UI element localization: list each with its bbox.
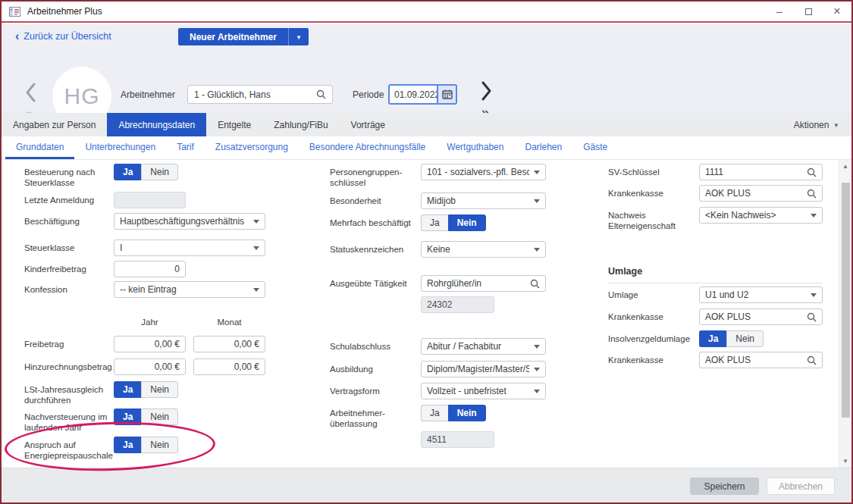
back-link-label: Zurück zur Übersicht — [24, 31, 111, 42]
insolvenz-toggle-ja[interactable]: Ja — [699, 330, 726, 347]
subtab-besondere-abrechnungsfaelle[interactable]: Besondere Abrechnungsfälle — [299, 136, 436, 159]
tab-abrechnungsdaten[interactable]: Abrechnungsdaten — [107, 113, 206, 136]
kinderfreibetrag-label: Kinderfreibetrag — [24, 261, 114, 274]
subtab-darlehen[interactable]: Darlehen — [514, 136, 572, 159]
vertragsform-select[interactable]: Vollzeit - unbefristet — [421, 383, 546, 399]
calendar-button[interactable] — [437, 86, 456, 103]
new-employee-label[interactable]: Neuer Arbeitnehmer — [178, 28, 288, 45]
tab-angaben-zur-person[interactable]: Angaben zur Person — [2, 113, 107, 136]
ausbildung-select[interactable]: Diplom/Magister/Master/Staa — [421, 361, 546, 377]
minimize-button[interactable]: – — [765, 2, 794, 21]
steuerklasse-select[interactable]: I — [114, 239, 265, 256]
mehrfach-beschaeftigt-label: Mehrfach beschäftigt — [330, 214, 421, 228]
kinderfreibetrag-input[interactable]: 0 — [114, 261, 186, 277]
vertical-scrollbar[interactable]: ▲ ▼ — [839, 160, 851, 468]
subtab-unterbrechungen[interactable]: Unterbrechungen — [74, 136, 166, 159]
insolvenzgeldumlage-toggle[interactable]: Ja Nein — [699, 330, 764, 347]
lst-toggle-nein[interactable]: Nein — [141, 381, 178, 398]
steuerklasse-label: Steuerklasse — [24, 239, 114, 253]
letzte-anmeldung-label: Letzte Anmeldung — [24, 192, 114, 205]
close-button[interactable]: × — [823, 2, 851, 21]
new-employee-dropdown[interactable]: ▾ — [288, 28, 309, 45]
maximize-button[interactable] — [794, 2, 823, 21]
ausbildung-value: Diplom/Magister/Master/Staa — [427, 364, 529, 374]
umlage-krankenkasse-search-input[interactable]: AOK PLUS — [699, 308, 823, 325]
besonderheit-select[interactable]: Midijob — [421, 193, 546, 209]
new-employee-button[interactable]: Neuer Arbeitnehmer ▾ — [178, 28, 309, 45]
subtab-wertguthaben[interactable]: Wertguthaben — [436, 136, 514, 159]
krankenkasse-label: Krankenkasse — [608, 185, 699, 199]
mehrfach-toggle-nein[interactable]: Nein — [448, 214, 486, 231]
back-to-overview-link[interactable]: ‹ Zurück zur Übersicht — [15, 31, 111, 42]
insolvenz-krankenkasse-search-input[interactable]: AOK PLUS — [699, 352, 823, 368]
subtab-tarif[interactable]: Tarif — [166, 136, 205, 159]
freibetrag-monat-input[interactable]: 0,00 € — [193, 336, 265, 352]
app-window: Arbeitnehmer Plus – × ‹ Zurück zur Übers… — [0, 0, 853, 504]
anspruch-toggle-ja[interactable]: Ja — [114, 437, 141, 453]
ueberlassung-toggle-nein[interactable]: Nein — [448, 405, 486, 421]
previous-record-button[interactable] — [24, 82, 36, 103]
chevron-down-icon — [534, 345, 540, 349]
konfession-select[interactable]: -- kein Eintrag — [114, 281, 265, 298]
hinzurechnung-monat-input[interactable]: 0,00 € — [193, 358, 265, 375]
besteuerung-toggle-nein[interactable]: Nein — [141, 164, 178, 180]
letzte-anmeldung-input — [114, 192, 186, 208]
nachweis-elterneigenschaft-select[interactable]: <Kein Nachweis> — [699, 207, 823, 224]
lst-toggle-ja[interactable]: Ja — [114, 381, 141, 398]
taetigkeit-code-input: 24302 — [421, 296, 494, 313]
schulabschluss-select[interactable]: Abitur / Fachabitur — [421, 338, 546, 355]
anspruch-energiepreispauschale-toggle[interactable]: Ja Nein — [114, 437, 178, 453]
freibetrag-jahr-input[interactable]: 0,00 € — [114, 336, 186, 352]
personengruppenschluessel-select[interactable]: 101 - sozialvers.-pfl. Beschäfti — [421, 164, 546, 180]
subtab-grunddaten[interactable]: Grunddaten — [5, 136, 74, 159]
title-bar: Arbeitnehmer Plus – × — [2, 2, 851, 23]
tab-zahlung-fibu[interactable]: Zahlung/FiBu — [262, 113, 339, 136]
subtab-zusatzversorgung[interactable]: Zusatzversorgung — [205, 136, 299, 159]
cancel-button[interactable]: Abbrechen — [767, 477, 835, 495]
employee-search-input[interactable]: 1 - Glücklich, Hans — [187, 85, 333, 104]
search-icon — [807, 355, 817, 365]
scroll-up-icon[interactable]: ▲ — [839, 163, 851, 170]
period-date-input[interactable]: 01.09.2022 — [390, 86, 437, 103]
save-button[interactable]: Speichern — [690, 477, 759, 495]
ausgeuebte-taetigkeit-search-input[interactable]: Rohrglüher/in — [421, 275, 546, 292]
tab-entgelte[interactable]: Entgelte — [206, 113, 262, 136]
subtab-gaeste[interactable]: Gäste — [572, 136, 618, 159]
umlage-select[interactable]: U1 und U2 — [699, 286, 823, 303]
sv-schluessel-search-input[interactable]: 1111 — [699, 164, 823, 180]
besteuerung-toggle-ja[interactable]: Ja — [114, 164, 141, 180]
chevron-down-icon — [811, 214, 817, 218]
mehrfach-toggle-ja[interactable]: Ja — [421, 214, 448, 231]
scrollbar-thumb[interactable] — [842, 183, 850, 418]
sub-tab-bar: Grunddaten Unterbrechungen Tarif Zusatzv… — [2, 136, 851, 160]
nachversteuerung-toggle-ja[interactable]: Ja — [114, 409, 141, 425]
period-date-field: 01.09.2022 — [388, 84, 457, 105]
chevron-down-icon — [534, 171, 540, 174]
umlage-krankenkasse-label: Krankenkasse — [608, 308, 699, 322]
nachversteuerung-toggle-nein[interactable]: Nein — [141, 409, 178, 425]
maximize-icon — [805, 8, 812, 15]
statuskennzeichen-select[interactable]: Keine — [421, 241, 546, 258]
beschaeftigung-label: Beschäftigung — [24, 213, 114, 227]
beschaeftigung-select[interactable]: Hauptbeschäftigungsverhältnis — [114, 213, 265, 230]
scroll-down-icon[interactable]: ▼ — [839, 458, 851, 465]
insolvenz-toggle-nein[interactable]: Nein — [726, 330, 764, 347]
anspruch-toggle-nein[interactable]: Nein — [141, 437, 178, 453]
arbeitnehmerueberlassung-toggle[interactable]: Ja Nein — [421, 405, 486, 421]
actions-menu-button[interactable]: Aktionen ▾ — [794, 113, 838, 136]
ueberlassung-toggle-ja[interactable]: Ja — [421, 405, 448, 421]
hinzurechnung-jahr-input[interactable]: 0,00 € — [114, 358, 186, 375]
krankenkasse-search-input[interactable]: AOK PLUS — [699, 185, 823, 202]
tab-vortraege[interactable]: Vorträge — [340, 113, 397, 136]
lst-jahresausgleich-toggle[interactable]: Ja Nein — [114, 381, 178, 398]
amount-column-headers: Jahr Monat — [114, 318, 265, 327]
mehrfach-beschaeftigt-toggle[interactable]: Ja Nein — [421, 214, 486, 231]
ausgeuebte-taetigkeit-label: Ausgeübte Tätigkeit — [330, 275, 421, 289]
chevron-down-icon — [253, 220, 259, 224]
besteuerung-toggle[interactable]: Ja Nein — [114, 164, 178, 180]
nachversteuerung-toggle[interactable]: Ja Nein — [114, 409, 178, 425]
umlage-value: U1 und U2 — [705, 290, 806, 300]
calendar-icon — [442, 89, 453, 99]
next-record-button[interactable] — [481, 80, 493, 102]
actions-label: Aktionen — [794, 120, 829, 130]
